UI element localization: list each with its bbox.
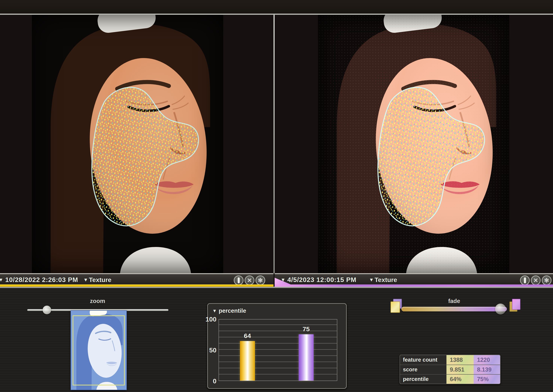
stats-table: feature count13881220score9.8518.139perc… [400,355,501,384]
stats-value-after: 8.139 [474,365,501,374]
stats-row-label: percentile [400,375,446,384]
face-texture-illustration-right [318,15,509,273]
chart-y-axis-labels: 050100 [208,319,218,381]
swatch-purple-front [512,299,520,310]
stats-row-label: feature count [400,355,446,365]
stats-value-before: 1388 [446,355,474,365]
capture-panel-right [275,15,553,273]
capture-panel-left [0,15,273,273]
chart-gridline [219,368,337,368]
chart-gridline [219,325,337,325]
icon-glyph: ✕ [533,278,538,283]
exposure-toggle-icon[interactable] [234,275,244,285]
chart-gridline [219,343,337,343]
chart-ytick-label: 100 [206,316,216,322]
chevron-down-icon: ▼ [83,277,88,282]
fade-slider-knob[interactable] [495,304,506,315]
percentile-dropdown[interactable]: ▼ percentile [212,308,246,314]
registration-marker-icon[interactable]: ✻ [542,275,552,285]
control-deck: zoom ▼ percentile [0,288,553,392]
accent-underline-right [275,284,553,287]
chart-gridline [219,374,337,374]
chart-gridline [219,356,337,356]
fade-swatch-after[interactable] [510,299,521,313]
top-bar [0,0,553,14]
navigation-thumbnail[interactable] [71,311,126,390]
chart-gridline [219,362,337,362]
chevron-down-icon: ▼ [369,277,374,282]
stats-value-after: 1220 [474,355,501,365]
chart-gridline [219,349,337,350]
vertical-bar-glyph [524,277,526,283]
fade-slider-label: fade [402,298,507,304]
exposure-toggle-icon[interactable] [520,275,530,285]
chart-bar [240,341,255,381]
mid-divider [0,287,553,288]
capture-timestamp-right: 4/5/2023 12:00:15 PM [287,276,356,284]
chart-plot-area: 6475 [219,319,337,381]
mode-dropdown-right[interactable]: ▼ Texture [369,275,397,284]
capture-panels [0,15,553,273]
capture-header-bars: ▼ 10/28/2022 2:26:03 PM ▼ Texture ✕✻ ▼ 4… [0,273,553,287]
stats-table-row: score9.8518.139 [400,365,500,374]
capture-date-dropdown-left[interactable]: ▼ 10/28/2022 2:26:03 PM [1,276,78,284]
percentile-chart-panel: ▼ percentile 050100 6475 [207,303,347,389]
stats-table-row: feature count13881220 [400,355,500,365]
zoom-slider-label: zoom [26,298,169,304]
delete-capture-icon[interactable]: ✕ [531,275,541,285]
mode-dropdown-left[interactable]: ▼ Texture [83,275,111,284]
zoom-slider-knob[interactable] [43,306,51,314]
capture-timestamp-left: 10/28/2022 2:26:03 PM [5,276,78,284]
icon-glyph: ✻ [258,278,263,283]
fade-slider-track[interactable] [402,307,507,311]
swatch-gold-front [391,301,400,313]
stats-value-after: 75% [474,375,501,384]
thumbnail-face-illustration [71,311,126,390]
mode-label-right: Texture [375,276,397,284]
mode-label-left: Texture [89,276,111,284]
stats-table-row: percentile64%75% [400,374,500,384]
registration-marker-icon[interactable]: ✻ [256,275,265,285]
capture-header-right: ▼ 4/5/2023 12:00:15 PM ▼ Texture ✕✻ [275,273,553,287]
chevron-down-icon: ▼ [0,277,3,282]
capture-photo-left[interactable] [32,15,223,273]
toolbar-icons-right: ✕✻ [520,275,552,285]
stats-row-label: score [400,365,446,374]
chart-bar [299,334,314,381]
chart-title: percentile [219,308,246,314]
vertical-bar-glyph [238,277,240,283]
capture-date-dropdown-right[interactable]: ▼ 4/5/2023 12:00:15 PM [281,276,356,284]
icon-glyph: ✕ [247,278,252,283]
icon-glyph: ✻ [544,278,549,283]
face-texture-illustration-left [32,15,223,273]
stats-value-before: 9.851 [446,365,474,374]
capture-header-left: ▼ 10/28/2022 2:26:03 PM ▼ Texture ✕✻ [0,273,273,287]
toolbar-icons-left: ✕✻ [234,275,265,285]
chart-gridline [219,331,337,331]
chevron-down-icon: ▼ [212,309,217,313]
chart-ytick-label: 0 [213,378,216,384]
skin-analysis-compare-screen: ▼ 10/28/2022 2:26:03 PM ▼ Texture ✕✻ ▼ 4… [0,0,553,392]
fade-swatch-before[interactable] [391,299,402,314]
stats-value-before: 64% [446,375,474,384]
delete-capture-icon[interactable]: ✕ [245,275,254,285]
chart-bar-value-label: 64 [236,332,259,340]
chart-bar-value-label: 75 [295,325,317,333]
accent-underline-left [0,284,273,287]
chart-ytick-label: 50 [209,347,216,353]
capture-photo-right[interactable] [318,15,509,273]
